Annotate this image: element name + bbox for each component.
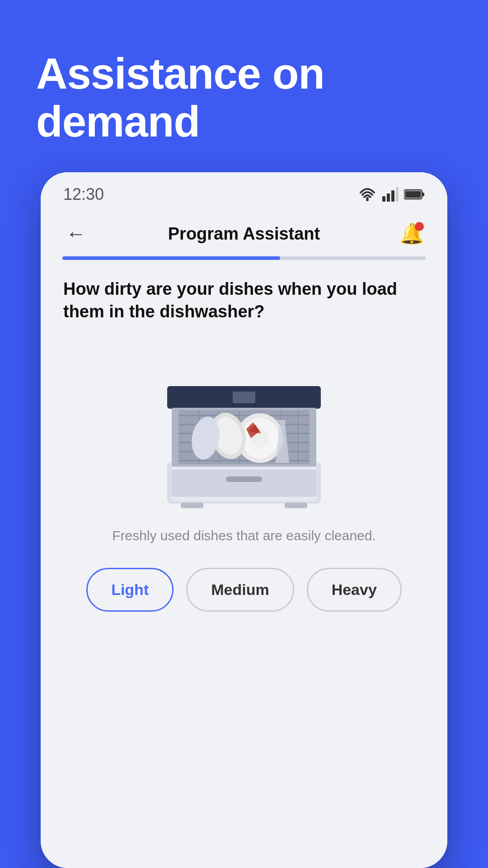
svg-rect-6 (405, 191, 421, 198)
svg-rect-1 (382, 196, 385, 202)
dishwasher-illustration (145, 341, 343, 513)
svg-rect-4 (396, 187, 399, 202)
option-heavy[interactable]: Heavy (307, 568, 402, 612)
question-text: How dirty are your dishes when you load … (63, 278, 425, 323)
header-section: Assistance on demand (0, 0, 488, 172)
page-background: Assistance on demand 12:30 (0, 0, 488, 868)
svg-rect-36 (226, 476, 262, 482)
wifi-icon (358, 187, 377, 202)
progress-bar-fill (62, 256, 280, 260)
back-arrow-icon: ← (66, 222, 86, 245)
status-bar: 12:30 (41, 172, 447, 211)
option-medium[interactable]: Medium (186, 568, 294, 612)
svg-rect-10 (172, 470, 316, 497)
app-bar: ← Program Assistant 🔔 (41, 211, 447, 247)
svg-rect-34 (181, 503, 203, 508)
phone-card: 12:30 (41, 172, 447, 868)
svg-point-0 (366, 198, 369, 201)
page-title: Assistance on demand (36, 50, 452, 145)
svg-rect-2 (387, 193, 390, 202)
status-icons (358, 187, 425, 202)
content-area: How dirty are your dishes when you load … (41, 260, 447, 868)
description-text: Freshly used dishes that are easily clea… (63, 526, 425, 545)
battery-icon (404, 188, 425, 201)
signal-icon (382, 187, 399, 202)
svg-rect-12 (233, 392, 255, 403)
notification-button[interactable]: 🔔 (399, 220, 426, 247)
svg-rect-32 (277, 420, 286, 423)
app-bar-title: Program Assistant (168, 224, 320, 244)
back-button[interactable]: ← (62, 220, 89, 247)
svg-rect-35 (285, 503, 307, 508)
option-light[interactable]: Light (86, 568, 174, 612)
svg-rect-3 (391, 190, 394, 202)
status-time: 12:30 (63, 185, 104, 204)
illustration-container (63, 341, 425, 513)
options-row: Light Medium Heavy (63, 568, 425, 634)
progress-bar-container (62, 256, 426, 260)
svg-rect-7 (422, 193, 424, 196)
